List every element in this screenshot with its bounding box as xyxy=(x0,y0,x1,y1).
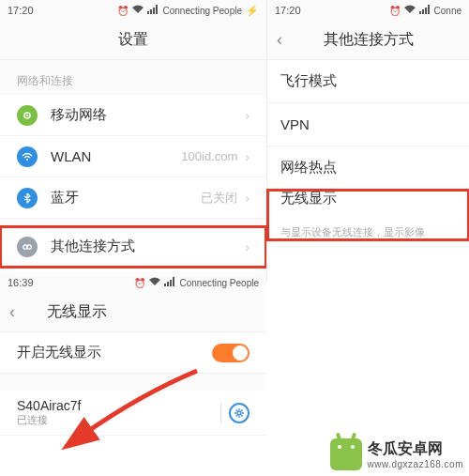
spacer xyxy=(0,374,266,391)
row-label: 飞行模式 xyxy=(280,72,456,90)
chevron-right-icon: › xyxy=(245,239,250,254)
alarm-icon: ⏰ xyxy=(117,6,129,16)
row-label: 蓝牙 xyxy=(51,189,201,207)
status-bar: 16:39 ⏰ Connecting People xyxy=(0,272,266,293)
gear-icon xyxy=(234,407,245,419)
signal-icon xyxy=(147,5,159,16)
android-icon xyxy=(330,438,362,470)
bluetooth-icon xyxy=(17,188,38,208)
status-time: 17:20 xyxy=(275,5,307,16)
titlebar: ‹ 无线显示 xyxy=(0,293,266,332)
row-label: VPN xyxy=(280,116,456,132)
chevron-right-icon: › xyxy=(245,191,250,206)
page-title: 其他连接方式 xyxy=(324,30,414,50)
row-airplane-mode[interactable]: 飞行模式 xyxy=(267,60,469,103)
divider xyxy=(220,403,221,423)
screen-other-connections: 17:20 ⏰ Conne ‹ 其他连接方式 飞行模式 VPN 网络热点 无线显… xyxy=(266,0,469,282)
titlebar: 设置 xyxy=(0,21,266,60)
charging-icon: ⚡ xyxy=(246,5,259,17)
status-carrier: Connecting People xyxy=(179,278,259,288)
status-time: 16:39 xyxy=(8,277,39,288)
alarm-icon: ⏰ xyxy=(389,6,401,16)
status-bar: 17:20 ⏰ Connecting People ⚡ xyxy=(0,0,266,21)
back-button[interactable]: ‹ xyxy=(9,293,15,331)
row-value: 100id.com xyxy=(181,149,237,163)
status-carrier: Connecting People xyxy=(162,6,242,16)
row-subtitle: 与显示设备无线连接，显示影像 xyxy=(280,225,425,239)
status-icons: ⏰ Connecting People xyxy=(134,277,259,288)
signal-icon xyxy=(164,277,175,288)
page-title: 无线显示 xyxy=(47,302,107,322)
row-mobile-network[interactable]: 移动网络 › xyxy=(0,95,266,136)
settings-button[interactable] xyxy=(229,403,250,423)
row-enable-wireless-display[interactable]: 开启无线显示 xyxy=(0,332,266,374)
chevron-right-icon: › xyxy=(245,149,250,164)
status-time: 17:20 xyxy=(8,5,39,16)
row-hotspot[interactable]: 网络热点 xyxy=(267,146,469,190)
back-button[interactable]: ‹ xyxy=(277,21,282,59)
row-wireless-display[interactable]: 无线显示 与显示设备无线连接，显示影像 xyxy=(267,190,469,240)
row-label: 网络热点 xyxy=(280,159,456,177)
watermark-name: 冬瓜安卓网 xyxy=(368,439,463,459)
wifi-icon xyxy=(132,5,144,16)
row-value: 已关闭 xyxy=(201,190,237,207)
wifi-icon xyxy=(404,5,416,16)
row-bluetooth[interactable]: 蓝牙 已关闭 › xyxy=(0,177,266,219)
page-title: 设置 xyxy=(118,30,148,50)
mobile-network-icon xyxy=(17,105,38,126)
row-vpn[interactable]: VPN xyxy=(267,103,469,146)
row-other-connections[interactable]: 其他连接方式 › xyxy=(0,226,266,268)
row-label: WLAN xyxy=(51,148,181,164)
titlebar: ‹ 其他连接方式 xyxy=(267,21,469,60)
watermark: 冬瓜安卓网 www.dgxzaz168.com xyxy=(330,438,463,470)
row-wlan[interactable]: WLAN 100id.com › xyxy=(0,136,266,177)
row-label: 移动网络 xyxy=(51,106,245,124)
svg-point-2 xyxy=(26,159,28,161)
watermark-url: www.dgxzaz168.com xyxy=(368,459,463,469)
toggle-switch[interactable] xyxy=(212,344,250,362)
wifi-icon xyxy=(149,277,160,288)
screen-wireless-display: 16:39 ⏰ Connecting People ‹ 无线显示 开启无线显示 … xyxy=(0,272,266,436)
svg-point-5 xyxy=(237,411,241,415)
section-label: 网络和连接 xyxy=(0,60,266,95)
row-label: 无线显示 xyxy=(280,190,337,223)
status-icons: ⏰ Conne xyxy=(389,5,461,16)
chevron-right-icon: › xyxy=(245,108,250,123)
screen-settings: 17:20 ⏰ Connecting People ⚡ 设置 网络和连接 移动网… xyxy=(0,0,266,268)
status-carrier: Conne xyxy=(434,6,461,16)
status-icons: ⏰ Connecting People ⚡ xyxy=(117,5,259,17)
spacer xyxy=(0,219,266,226)
signal-icon xyxy=(419,5,431,16)
alarm-icon: ⏰ xyxy=(134,278,145,288)
link-icon xyxy=(17,237,38,257)
row-label: 其他连接方式 xyxy=(51,238,245,255)
wifi-icon xyxy=(17,146,38,167)
row-label: 开启无线显示 xyxy=(17,344,212,361)
device-status: 已连接 xyxy=(17,413,213,427)
row-device[interactable]: S40Airac7f 已连接 xyxy=(0,391,266,436)
svg-point-1 xyxy=(26,115,28,116)
device-name: S40Airac7f xyxy=(17,398,213,413)
status-bar: 17:20 ⏰ Conne xyxy=(267,0,469,21)
